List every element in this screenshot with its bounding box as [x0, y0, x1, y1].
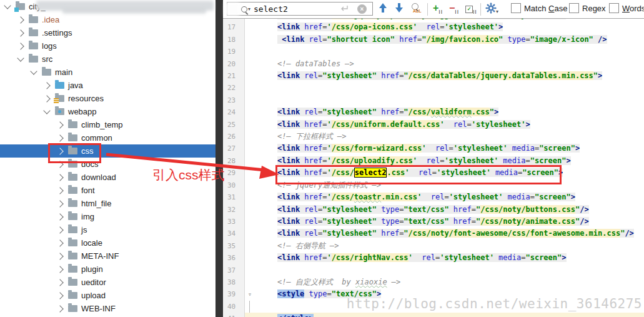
tree-item-idea[interactable]: .idea	[0, 13, 215, 26]
search-input[interactable]	[254, 3, 335, 14]
tree-item-java[interactable]: java	[0, 79, 215, 92]
tree-item-html-file[interactable]: html_file	[0, 197, 215, 210]
add-occurrence-button[interactable]: +II	[433, 3, 443, 15]
code-line-27[interactable]: 27<link href='/css/form-wizard.css' rel=…	[223, 143, 644, 154]
chevron-right-icon[interactable]	[56, 279, 63, 286]
tree-item-download[interactable]: download	[0, 171, 215, 184]
chevron-right-icon[interactable]	[56, 174, 63, 181]
chevron-right-icon[interactable]	[56, 239, 63, 246]
code-token	[508, 144, 512, 153]
chevron-right-icon[interactable]	[56, 213, 63, 220]
code-line-41[interactable]: 41▵</style>	[223, 313, 644, 317]
chevron-right-icon[interactable]	[56, 161, 63, 168]
code-token: '	[413, 23, 417, 31]
chevron-right-icon[interactable]	[56, 253, 63, 259]
tree-item-climb-temp[interactable]: climb_temp	[0, 118, 215, 131]
chevron-right-icon[interactable]	[56, 200, 63, 207]
remove-occurrence-button[interactable]: −II	[449, 3, 459, 15]
checkbox-icon[interactable]	[609, 3, 619, 13]
chevron-right-icon[interactable]	[56, 134, 63, 141]
gutter-line-number: 28	[223, 155, 245, 167]
panel-splitter[interactable]	[215, 0, 223, 317]
chevron-right-icon[interactable]	[43, 82, 50, 89]
chevron-down-icon[interactable]	[43, 107, 50, 114]
code-line-37[interactable]: 37	[223, 264, 644, 276]
tree-item-locale[interactable]: locale	[0, 236, 215, 249]
tree-item-ueditor[interactable]: ueditor	[0, 276, 215, 289]
tree-item-docs[interactable]: docs	[0, 158, 215, 171]
search-history-dropdown-icon[interactable]: ▾	[248, 6, 250, 12]
fold-marker-icon[interactable]: ▵	[245, 313, 255, 317]
tree-item-logs[interactable]: logs	[0, 39, 215, 53]
chevron-right-icon[interactable]	[43, 95, 50, 102]
code-line-32[interactable]: 32<link rel="stylesheet" type="text/css"…	[223, 204, 644, 216]
match-case-checkbox[interactable]: Match Case	[511, 3, 567, 13]
editor-code-area[interactable]: 16<link href='/css/jquery/uploadify.togg…	[223, 9, 644, 317]
tree-item-meta-inf[interactable]: META-INF	[0, 249, 215, 263]
code-line-36[interactable]: 36<link href='/css/rightNav.css' rel='st…	[223, 252, 644, 264]
tree-item-font[interactable]: font	[0, 184, 215, 197]
code-line-35[interactable]: 35<!— 右侧导航 —>	[223, 240, 644, 252]
tree-item-plugin[interactable]: plugin	[0, 263, 215, 276]
code-line-19[interactable]: 19	[223, 46, 644, 58]
code-line-28[interactable]: 28<link href='/css/uploadify.css' rel='s…	[223, 155, 644, 167]
fold-marker-icon[interactable]: ▿	[245, 288, 255, 300]
tree-item-upload[interactable]: upload	[0, 289, 215, 302]
code-line-25[interactable]: 25<link href='/css/uniform.default.css' …	[223, 119, 644, 131]
tree-item-settings[interactable]: .settings	[0, 26, 215, 39]
chevron-down-icon[interactable]	[4, 2, 11, 9]
clear-search-icon[interactable]: ×	[357, 4, 367, 14]
chevron-right-icon[interactable]	[56, 148, 63, 154]
code-line-17[interactable]: 17<link href='/css/opa-icons.css' rel='s…	[223, 21, 644, 33]
words-checkbox[interactable]: Words	[609, 3, 644, 13]
code-line-26[interactable]: 26<!— 下拉框样式 —>	[223, 131, 644, 143]
code-line-40[interactable]: 40	[223, 301, 644, 313]
code-line-33[interactable]: 33<link rel="stylesheet" type="text/css"…	[223, 216, 644, 228]
checkbox-icon[interactable]	[569, 3, 579, 13]
code-line-34[interactable]: 34<link rel="stylesheet" href="/css/noty…	[223, 228, 644, 239]
code-line-24[interactable]: 24<link rel="stylesheet" href="/css/vali…	[223, 106, 644, 118]
tree-item-src[interactable]: src	[0, 53, 215, 66]
chevron-down-icon[interactable]	[30, 68, 37, 74]
tree-item-webapp[interactable]: webapp	[0, 105, 215, 118]
next-occurrence-button[interactable]	[395, 3, 403, 13]
gutter-line-number: 20	[223, 58, 245, 70]
chevron-right-icon[interactable]	[17, 43, 24, 49]
code-line-38[interactable]: 38<!— 自定义样式 by xiaoxie —>	[223, 276, 644, 288]
code-line-39[interactable]: 39▿<style type="text/css">	[223, 288, 644, 300]
chevron-down-icon[interactable]	[17, 54, 24, 61]
tree-item-css[interactable]: css	[0, 144, 215, 158]
code-line-21[interactable]: 21<link rel="stylesheet" href="/css/data…	[223, 70, 644, 82]
chevron-right-icon[interactable]	[56, 305, 63, 312]
select-all-occurrences-button[interactable]: ✓II	[465, 3, 477, 15]
code-line-20[interactable]: 20<!— dataTables —>	[223, 58, 644, 70]
code-line-30[interactable]: 30<!— jquery通知插件样式 —>	[223, 179, 644, 191]
chevron-right-icon[interactable]	[56, 121, 63, 128]
tree-item-js[interactable]: js	[0, 223, 215, 236]
code-token: '	[327, 144, 332, 153]
code-line-22[interactable]: 22	[223, 82, 644, 94]
chevron-right-icon[interactable]	[56, 226, 63, 233]
tree-item-common[interactable]: common	[0, 131, 215, 144]
chevron-right-icon[interactable]	[56, 266, 63, 273]
code-line-29[interactable]: 29<link href='/css/select2.css' rel='sty…	[223, 167, 644, 179]
chevron-right-icon[interactable]	[56, 292, 63, 299]
code-line-18[interactable]: 18 <link rel="shortcut icon" href="/img/…	[223, 34, 644, 46]
chevron-right-icon[interactable]	[56, 187, 63, 194]
tree-item-web-inf[interactable]: WEB-INF	[0, 302, 215, 315]
previous-occurrence-button[interactable]	[379, 3, 387, 13]
code-line-31[interactable]: 31<link href='/css/toastr.min.css' rel='…	[223, 191, 644, 203]
regex-checkbox[interactable]: Regex	[569, 3, 606, 13]
code-token: <link	[277, 205, 300, 214]
find-all-button[interactable]: ALL	[410, 3, 424, 15]
chevron-right-icon[interactable]	[17, 16, 24, 23]
chevron-right-icon[interactable]	[17, 29, 24, 36]
tree-item-main[interactable]: main	[0, 66, 215, 79]
checkbox-icon[interactable]	[511, 3, 521, 13]
search-settings-button[interactable]: ▾	[485, 3, 497, 16]
code-line-23[interactable]: 23	[223, 94, 644, 106]
gutter-line-number: 25	[223, 119, 245, 131]
tree-item-resources[interactable]: resources	[0, 92, 215, 105]
search-box[interactable]: ▾ ×	[227, 2, 373, 16]
tree-item-img[interactable]: img	[0, 210, 215, 223]
